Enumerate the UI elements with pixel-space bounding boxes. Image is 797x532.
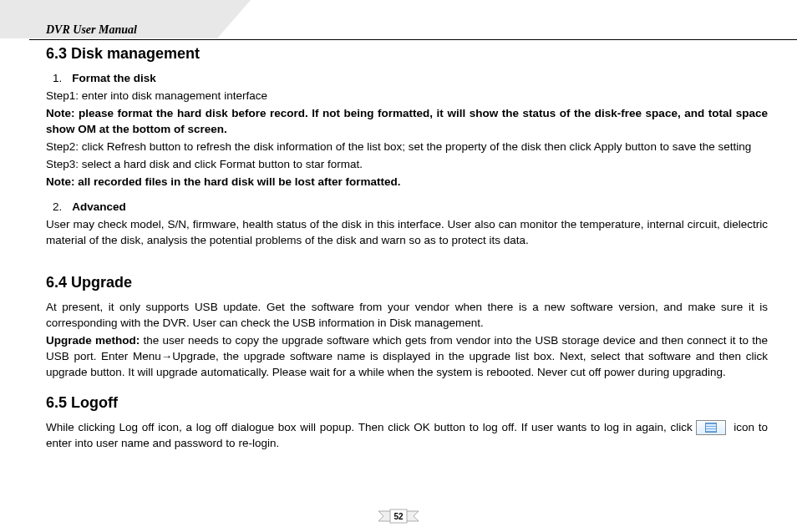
section-6-3: 6.3 Disk management 1.Format the disk St… [46, 43, 768, 249]
list-item-format-disk: 1.Format the disk [53, 71, 768, 87]
list-item-advanced: 2.Advanced [53, 200, 768, 215]
section-6-5: 6.5 Logoff While clicking Log off icon, … [46, 393, 768, 452]
advanced-paragraph: User may check model, S/N, firmware, hea… [46, 217, 768, 249]
upgrade-method-text: the user needs to copy the upgrade softw… [46, 334, 768, 378]
upgrade-intro: At present, it only supports USB update.… [46, 300, 768, 332]
list-number: 1. [53, 72, 62, 84]
page-number-banner: 52 [372, 509, 425, 524]
step3-text: Step3: select a hard disk and click Form… [46, 157, 768, 173]
header-divider [29, 39, 797, 40]
step1-text: Step1: enter into disk management interf… [46, 89, 768, 104]
manual-title: DVR User Manual [46, 23, 137, 37]
page-footer: 52 [0, 509, 797, 524]
note-files-lost: Note: all recorded files in the hard dis… [46, 175, 768, 190]
document-header: DVR User Manual [0, 0, 797, 40]
logoff-text-pre: While clicking Log off icon, a log off d… [46, 421, 696, 433]
list-number: 2. [53, 200, 62, 213]
heading-logoff: 6.5 Logoff [46, 393, 768, 413]
list-label: Format the disk [72, 72, 156, 84]
heading-upgrade: 6.4 Upgrade [46, 272, 768, 293]
list-label: Advanced [72, 200, 126, 213]
logoff-paragraph: While clicking Log off icon, a log off d… [46, 420, 768, 452]
step2-text: Step2: click Refresh button to refresh t… [46, 139, 768, 155]
section-6-4: 6.4 Upgrade At present, it only supports… [46, 272, 768, 381]
note-format-before-record: Note: please format the hard disk before… [46, 106, 768, 138]
page-number: 52 [393, 512, 403, 521]
login-icon [696, 420, 726, 435]
upgrade-method-label: Upgrade method: [46, 334, 143, 347]
page-content: 6.3 Disk management 1.Format the disk St… [0, 40, 797, 452]
heading-disk-management: 6.3 Disk management [46, 43, 768, 64]
upgrade-method: Upgrade method: the user needs to copy t… [46, 333, 768, 381]
